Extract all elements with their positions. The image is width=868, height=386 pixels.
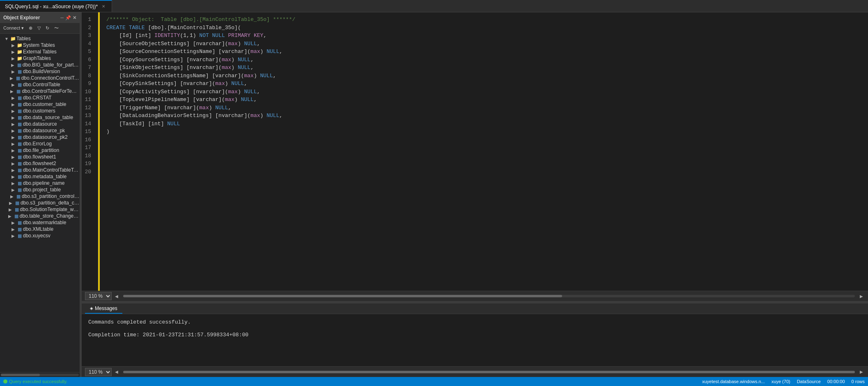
horizontal-scroll-thumb [123,295,562,297]
expand-icon: ▶ [10,83,16,87]
tree-item-tables[interactable]: ▼ 📁 Tables [0,35,80,42]
tree-label: dbo.datasource_pk2 [23,134,68,140]
tree-item-customer-table[interactable]: ▶ ▦ dbo.customer_table [0,101,80,108]
tab-close-button[interactable]: ✕ [100,3,107,9]
expand-icon: ▶ [8,76,15,80]
tree-item-project-table[interactable]: ▶ ▦ dbo.project_table [0,186,80,193]
expand-icon: ▼ [3,37,10,41]
results-scroll-track[interactable] [123,371,855,373]
table-icon: ▦ [16,141,23,147]
tree-item-system-tables[interactable]: ▶ 📁 System Tables [0,42,80,48]
zoom-select[interactable]: 110 % 100 % 90 % 75 % [85,292,112,300]
table-icon: ▦ [16,82,23,87]
tree-item-external-tables[interactable]: ▶ 📁 External Tables [0,48,80,55]
tree-item-watermark[interactable]: ▶ ▦ dbo.watermarktable [0,219,80,226]
tree-label: dbo.metadata_table [23,174,67,179]
table-icon: ▦ [16,154,23,160]
expand-icon: ▶ [10,129,16,133]
scroll-right-arrow[interactable]: ▶ [858,294,865,299]
editor-area: 12345 678910 1112131415 1617181920 /****… [82,12,868,377]
tree-item-data-source-table[interactable]: ▶ ▦ dbo.data_source_table [0,114,80,121]
scroll-left-arrow[interactable]: ◀ [113,294,120,299]
tree-item-flowsheet1[interactable]: ▶ ▦ dbo.flowsheet1 [0,154,80,160]
expand-icon: ▶ [9,63,16,67]
tree-item-main-control-table-test[interactable]: ▶ ▦ dbo.MainControlTableTest [0,167,80,173]
object-explorer-title: Object Explorer [3,15,40,21]
wave-icon[interactable]: 〜 [53,24,60,32]
tab-label: SQLQuery1.sql - xu...aSource (xuye (70))… [5,4,98,9]
table-icon: ▦ [16,161,23,166]
tree-label: dbo.datasource_pk [23,128,65,133]
tree-item-crstat[interactable]: ▶ ▦ dbo.CRSTAT [0,94,80,101]
oe-horizontal-scrollbar[interactable] [0,372,80,377]
tree-item-xuyecsv[interactable]: ▶ ▦ dbo.xuyecsv [0,232,80,239]
tree-item-customers[interactable]: ▶ ▦ dbo.customers [0,108,80,114]
success-circle-icon [3,379,7,384]
tree-label: dbo.s3_partition_delta_control_table [21,200,80,206]
messages-icon: ◈ [90,306,93,310]
table-icon: ▦ [16,108,23,114]
pin2-icon[interactable]: 📌 [65,15,71,21]
horizontal-scroll-track[interactable] [123,295,855,297]
tree-item-control-table[interactable]: ▶ ▦ dbo.ControlTable [0,81,80,88]
object-explorer-tree: ▼ 📁 Tables ▶ 📁 System Tables ▶ 📁 Externa… [0,34,80,372]
expand-icon: ▶ [10,56,16,61]
expand-icon: ▶ [10,227,16,232]
connect-button[interactable]: Connect ▾ [2,25,25,32]
sql-editor[interactable]: 12345 678910 1112131415 1617181920 /****… [82,12,868,291]
expand-icon: ▶ [10,221,16,225]
tree-item-datasource-pk2[interactable]: ▶ ▦ dbo.datasource_pk2 [0,134,80,140]
tree-item-flowsheet2[interactable]: ▶ ▦ dbo.flowsheet2 [0,160,80,167]
tree-item-datasource-pk[interactable]: ▶ ▦ dbo.datasource_pk [0,127,80,134]
results-scroll-left[interactable]: ◀ [113,370,120,374]
expand-icon: ▶ [9,194,15,199]
messages-tab[interactable]: ◈ Messages [85,303,122,314]
table-icon: ▦ [16,135,23,140]
sql-query-tab[interactable]: SQLQuery1.sql - xu...aSource (xuye (70))… [0,0,112,12]
results-scroll-right[interactable]: ▶ [858,370,865,374]
expand-icon: ▶ [9,89,15,94]
expand-icon: ▶ [10,142,16,146]
refresh2-icon[interactable]: ↻ [44,25,51,32]
table-icon: ▦ [16,128,23,133]
expand-icon: ▶ [10,155,16,159]
tree-label: dbo.SolutionTemplate_watermark_table [20,207,80,212]
filter-icon[interactable]: ▽ [36,25,42,32]
tree-label: dbo.XMLtable [23,226,53,232]
tree-item-s3-partition[interactable]: ▶ ▦ dbo.s3_partition_control_table [0,193,80,200]
tree-item-build-version[interactable]: ▶ ▦ dbo.BuildVersion [0,68,80,75]
table-icon: ▦ [16,95,23,101]
tree-item-file-partition[interactable]: ▶ ▦ dbo.file_partition [0,147,80,154]
tree-item-xmltable[interactable]: ▶ ▦ dbo.XMLtable [0,226,80,232]
results-zoom-select[interactable]: 110 % 100 % [85,368,112,376]
expand-icon: ▶ [10,168,16,172]
tree-item-datasource[interactable]: ▶ ▦ dbo.datasource [0,121,80,127]
refresh-icon[interactable]: ⊕ [27,25,34,32]
tree-label: dbo.ControlTable [23,82,60,87]
tree-item-change-tracking[interactable]: ▶ ▦ dbo.table_store_ChangeTracking_versi… [0,213,80,219]
tree-item-control-template[interactable]: ▶ ▦ dbo.ControlTableForTemplate [0,88,80,94]
line-numbers: 12345 678910 1112131415 1617181920 [82,12,98,291]
expand-icon: ▶ [10,50,16,54]
tree-item-errorlog[interactable]: ▶ ▦ dbo.ErrorLog [0,140,80,147]
result-line1: Commands completed successfully. [88,317,861,327]
expand-icon: ▶ [10,96,16,100]
sql-code-content[interactable]: /****** Object: Table [dbo].[MainControl… [100,12,868,291]
close-icon[interactable]: ✕ [73,15,76,21]
tree-item-connection-control[interactable]: ▶ ▦ dbo.ConnectionControlTableTest [0,75,80,81]
tree-item-big-table[interactable]: ▶ ▦ dbo.BIG_table_for_partition [0,62,80,68]
results-tabs: ◈ Messages [82,303,868,314]
tree-item-solution-template[interactable]: ▶ ▦ dbo.SolutionTemplate_watermark_table [0,206,80,213]
tree-label: dbo.data_source_table [23,115,73,120]
pin-icon[interactable]: ─ [60,15,64,21]
tree-item-pipeline-name[interactable]: ▶ ▦ dbo.pipeline_name [0,180,80,186]
results-content: Commands completed successfully. Complet… [82,314,868,366]
table-icon: ▦ [16,122,23,127]
table-icon: ▦ [15,76,21,81]
tree-item-graph-tables[interactable]: ▶ 📁 GraphTables [0,55,80,62]
oe-toolbar: Connect ▾ ⊕ ▽ ↻ 〜 [0,23,80,34]
expand-icon: ▶ [7,207,14,212]
tree-item-s3-partition-delta[interactable]: ▶ ▦ dbo.s3_partition_delta_control_table [0,200,80,206]
results-zoom-bar: 110 % 100 % ◀ ▶ [82,366,868,377]
tree-item-metadata-table[interactable]: ▶ ▦ dbo.metadata_table [0,173,80,180]
